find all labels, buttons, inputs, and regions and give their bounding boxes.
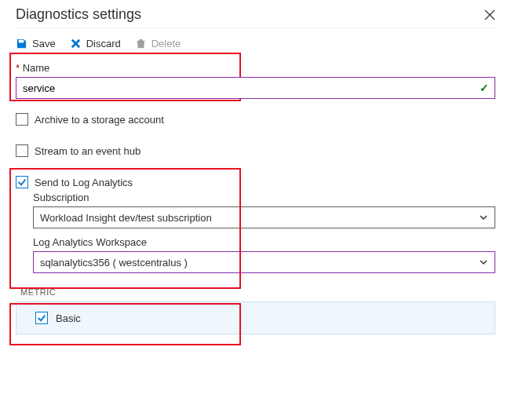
close-icon[interactable] — [484, 9, 495, 20]
chevron-down-icon — [479, 257, 488, 267]
stream-option-row: Stream to an event hub — [16, 144, 495, 157]
log-analytics-option-row: Send to Log Analytics — [16, 176, 495, 188]
subscription-value: Workload Insight dev/test subscription — [40, 212, 212, 224]
delete-button: Delete — [135, 38, 181, 49]
stream-label: Stream to an event hub — [35, 145, 141, 157]
save-button[interactable]: Save — [16, 38, 56, 49]
workspace-select[interactable]: sqlanalytics356 ( westcentralus ) — [33, 251, 495, 273]
save-label: Save — [32, 38, 56, 49]
metric-basic-label: Basic — [56, 312, 81, 324]
workspace-value: sqlanalytics356 ( westcentralus ) — [40, 257, 188, 268]
stream-checkbox[interactable] — [16, 144, 28, 157]
save-icon — [16, 38, 27, 49]
archive-checkbox[interactable] — [16, 113, 28, 126]
header-divider — [16, 27, 495, 28]
name-label: Name — [16, 62, 495, 74]
subscription-label: Subscription — [33, 192, 495, 203]
metric-section: METRIC Basic — [16, 287, 495, 334]
log-analytics-block: Send to Log Analytics Subscription Workl… — [16, 176, 495, 273]
discard-label: Discard — [86, 38, 121, 49]
metric-basic-row: Basic — [16, 301, 495, 334]
valid-check-icon: ✓ — [480, 82, 489, 94]
panel-header: Diagnostics settings — [16, 6, 495, 27]
delete-label: Delete — [151, 38, 181, 49]
toolbar: Save Discard Delete — [16, 33, 495, 62]
subscription-select[interactable]: Workload Insight dev/test subscription — [33, 206, 495, 228]
name-field-block: Name ✓ — [16, 62, 495, 99]
delete-icon — [135, 38, 147, 49]
discard-button[interactable]: Discard — [70, 38, 121, 49]
log-analytics-checkbox[interactable] — [16, 176, 28, 188]
workspace-label: Log Analytics Workspace — [33, 236, 495, 248]
metric-section-label: METRIC — [20, 287, 495, 297]
archive-option-row: Archive to a storage account — [16, 113, 495, 126]
page-title: Diagnostics settings — [16, 6, 141, 23]
log-analytics-label: Send to Log Analytics — [35, 177, 133, 188]
metric-basic-checkbox[interactable] — [35, 312, 48, 324]
log-analytics-subfields: Subscription Workload Insight dev/test s… — [33, 192, 495, 273]
name-input[interactable] — [16, 77, 495, 99]
discard-icon — [70, 38, 82, 49]
diagnostics-settings-panel: Diagnostics settings Save Discard Delete… — [0, 0, 511, 350]
archive-label: Archive to a storage account — [35, 114, 164, 126]
chevron-down-icon — [479, 213, 488, 222]
